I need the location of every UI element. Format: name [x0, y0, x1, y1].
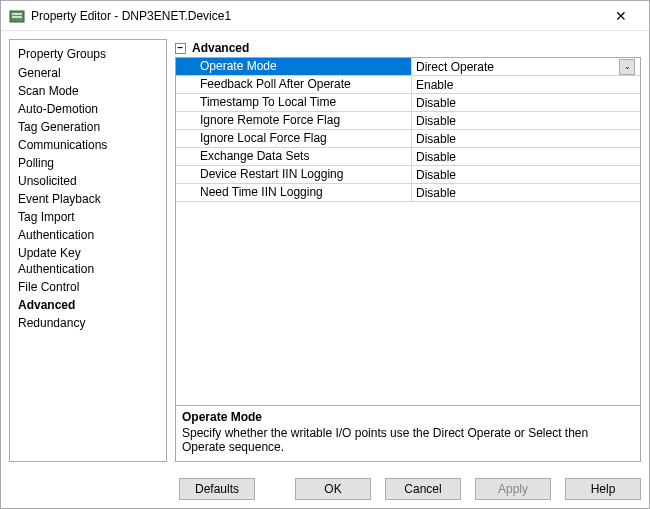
- section-header: − Advanced: [175, 39, 641, 57]
- sidebar-item-event-playback[interactable]: Event Playback: [10, 190, 166, 208]
- property-value[interactable]: Disable: [412, 112, 640, 129]
- property-value-text: Disable: [416, 168, 456, 182]
- sidebar-header: Property Groups: [10, 44, 166, 64]
- property-value[interactable]: Disable: [412, 130, 640, 147]
- sidebar-item-scan-mode[interactable]: Scan Mode: [10, 82, 166, 100]
- apply-button[interactable]: Apply: [475, 478, 551, 500]
- property-name: Feedback Poll After Operate: [176, 76, 412, 93]
- sidebar-item-tag-import[interactable]: Tag Import: [10, 208, 166, 226]
- property-value[interactable]: Direct Operate⌄: [412, 58, 640, 75]
- property-value[interactable]: Disable: [412, 94, 640, 111]
- cancel-button[interactable]: Cancel: [385, 478, 461, 500]
- description-title: Operate Mode: [182, 410, 634, 424]
- window-title: Property Editor - DNP3ENET.Device1: [31, 9, 601, 23]
- property-row[interactable]: Operate ModeDirect Operate⌄: [176, 58, 640, 76]
- sidebar-item-general[interactable]: General: [10, 64, 166, 82]
- property-value-text: Disable: [416, 132, 456, 146]
- sidebar-item-authentication[interactable]: Authentication: [10, 226, 166, 244]
- property-value-text: Disable: [416, 150, 456, 164]
- titlebar: Property Editor - DNP3ENET.Device1 ✕: [1, 1, 649, 31]
- sidebar-item-communications[interactable]: Communications: [10, 136, 166, 154]
- property-value-text: Disable: [416, 186, 456, 200]
- property-name: Need Time IIN Logging: [176, 184, 412, 201]
- property-row[interactable]: Timestamp To Local TimeDisable: [176, 94, 640, 112]
- property-value[interactable]: Disable: [412, 184, 640, 201]
- property-name: Ignore Remote Force Flag: [176, 112, 412, 129]
- help-button[interactable]: Help: [565, 478, 641, 500]
- app-icon: [9, 8, 25, 24]
- dialog-body: Property Groups GeneralScan ModeAuto-Dem…: [1, 31, 649, 470]
- property-value[interactable]: Disable: [412, 148, 640, 165]
- property-name: Ignore Local Force Flag: [176, 130, 412, 147]
- property-name: Operate Mode: [176, 58, 412, 75]
- sidebar-item-advanced[interactable]: Advanced: [10, 296, 166, 314]
- property-value-text: Direct Operate: [416, 60, 494, 74]
- main-panel: − Advanced Operate ModeDirect Operate⌄Fe…: [175, 39, 641, 462]
- svg-rect-1: [12, 13, 22, 15]
- property-row[interactable]: Ignore Local Force FlagDisable: [176, 130, 640, 148]
- property-value[interactable]: Enable: [412, 76, 640, 93]
- svg-rect-2: [12, 16, 22, 18]
- sidebar-item-redundancy[interactable]: Redundancy: [10, 314, 166, 332]
- sidebar-item-unsolicited[interactable]: Unsolicited: [10, 172, 166, 190]
- property-row[interactable]: Need Time IIN LoggingDisable: [176, 184, 640, 202]
- property-editor-window: Property Editor - DNP3ENET.Device1 ✕ Pro…: [0, 0, 650, 509]
- collapse-icon[interactable]: −: [175, 43, 186, 54]
- defaults-button[interactable]: Defaults: [179, 478, 255, 500]
- property-row[interactable]: Device Restart IIN LoggingDisable: [176, 166, 640, 184]
- sidebar-item-update-key-authentication[interactable]: Update Key Authentication: [10, 244, 166, 278]
- dialog-footer: Defaults OK Cancel Apply Help: [1, 470, 649, 508]
- property-name: Exchange Data Sets: [176, 148, 412, 165]
- property-groups-sidebar: Property Groups GeneralScan ModeAuto-Dem…: [9, 39, 167, 462]
- property-value-text: Disable: [416, 96, 456, 110]
- property-row[interactable]: Ignore Remote Force FlagDisable: [176, 112, 640, 130]
- property-value[interactable]: Disable: [412, 166, 640, 183]
- sidebar-item-file-control[interactable]: File Control: [10, 278, 166, 296]
- property-grid: Operate ModeDirect Operate⌄Feedback Poll…: [175, 57, 641, 406]
- sidebar-item-polling[interactable]: Polling: [10, 154, 166, 172]
- description-text: Specify whether the writable I/O points …: [182, 424, 634, 454]
- property-row[interactable]: Exchange Data SetsDisable: [176, 148, 640, 166]
- property-value-text: Enable: [416, 78, 453, 92]
- description-panel: Operate Mode Specify whether the writabl…: [175, 406, 641, 462]
- property-name: Timestamp To Local Time: [176, 94, 412, 111]
- section-title: Advanced: [192, 41, 249, 55]
- property-row[interactable]: Feedback Poll After OperateEnable: [176, 76, 640, 94]
- close-icon[interactable]: ✕: [601, 1, 641, 31]
- sidebar-item-tag-generation[interactable]: Tag Generation: [10, 118, 166, 136]
- property-value-text: Disable: [416, 114, 456, 128]
- property-name: Device Restart IIN Logging: [176, 166, 412, 183]
- ok-button[interactable]: OK: [295, 478, 371, 500]
- chevron-down-icon[interactable]: ⌄: [619, 59, 635, 75]
- sidebar-item-auto-demotion[interactable]: Auto-Demotion: [10, 100, 166, 118]
